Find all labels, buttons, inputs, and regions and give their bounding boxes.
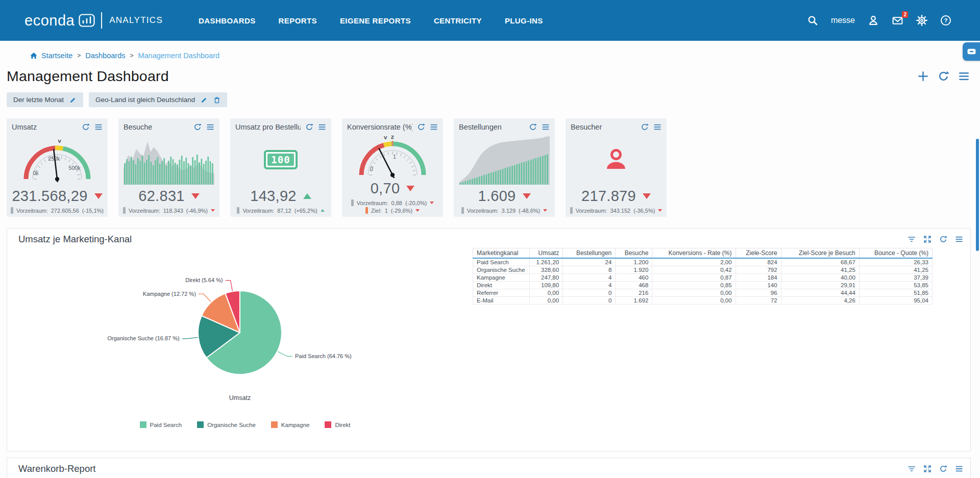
panel-menu-icon[interactable]: [955, 235, 963, 243]
table-row-e-mail[interactable]: E-Mail0,0001.6920,00724,2695,04: [473, 297, 933, 305]
card-refresh-icon[interactable]: [641, 123, 649, 131]
table-row-kampagne[interactable]: Kampagne247,8044600,8718440,0037,39: [473, 274, 933, 282]
gray-bar-icon: [123, 207, 126, 214]
filter-chips: Der letzte MonatGeo-Land ist gleich Deut…: [7, 92, 971, 107]
card-footer-line: Vorzeitraum: 3.129 (-48,6%): [461, 207, 547, 214]
breadcrumb-item-startseite[interactable]: Startseite: [41, 52, 72, 60]
mail-icon[interactable]: 2: [892, 15, 903, 27]
feedback-tab[interactable]: [963, 42, 980, 61]
table-cell: 4: [563, 274, 616, 282]
card-refresh-icon[interactable]: [529, 123, 537, 131]
filter-chip-geo-land-ist-gleich-deutschland[interactable]: Geo-Land ist gleich Deutschland: [89, 92, 227, 107]
trend-down-icon: [643, 193, 651, 199]
filter-icon[interactable]: [908, 235, 916, 243]
table-cell: 1.920: [616, 266, 652, 274]
table-cell: 216: [616, 289, 652, 297]
col-ziele-score[interactable]: Ziele-Score: [736, 248, 781, 259]
card-title: Konversionsrate (%): [347, 123, 412, 131]
col-bounce-quote[interactable]: Bounce - Quote (%): [859, 248, 932, 259]
gear-icon[interactable]: [916, 15, 927, 26]
panel-header: Warenkorb-Report: [7, 458, 970, 477]
user-icon[interactable]: [868, 15, 879, 26]
card-refresh-icon[interactable]: [417, 123, 425, 131]
expand-icon[interactable]: [923, 235, 932, 243]
nav-item-eigene-reports[interactable]: EIGENE REPORTS: [340, 16, 411, 25]
search-icon[interactable]: [807, 15, 818, 26]
chat-icon: [967, 47, 976, 57]
card-menu-icon[interactable]: [653, 123, 662, 131]
card-footer-line: Vorzeitraum: 343.152 (-36,5%): [570, 207, 663, 214]
card-footer-line: Vorzeitraum: 87,12 (+65,2%): [237, 207, 324, 214]
kpi-card-umsatz-pro-bestellu: Umsatz pro Bestellu... 100 143,92 Vorzei…: [230, 118, 331, 217]
refresh-page-icon[interactable]: [938, 70, 949, 82]
help-icon[interactable]: ?: [940, 15, 951, 26]
orange-bar-icon: [365, 207, 368, 214]
table-row-paid-search[interactable]: Paid Search1.261,20241.2002,0082468,6726…: [473, 258, 933, 266]
gray-bar-icon: [351, 199, 354, 206]
edit-filter-icon[interactable]: [69, 96, 77, 104]
account-name[interactable]: messe: [831, 16, 855, 25]
table-cell: 0,00: [652, 289, 736, 297]
nav-item-centricity[interactable]: CENTRICITY: [434, 16, 482, 25]
card-footer: Vorzeitraum: 272.605,56 (-15,1%): [12, 207, 103, 214]
card-menu-icon[interactable]: [430, 123, 438, 131]
page-menu-icon[interactable]: [958, 70, 970, 82]
nav-item-reports[interactable]: REPORTS: [279, 16, 317, 25]
table-row-organische-suche[interactable]: Organische Suche328,6081.9200,4279241,25…: [473, 266, 933, 274]
card-menu-icon[interactable]: [542, 123, 550, 131]
card-menu-icon[interactable]: [94, 123, 103, 131]
trend-down-icon: [406, 186, 414, 191]
footer-label: Vorzeitraum:: [16, 208, 48, 214]
col-besuche[interactable]: Besuche: [616, 248, 652, 259]
table-row-referrer[interactable]: Referrer0,0002160,009644,4451,85: [473, 289, 933, 297]
table-cell: 0,00: [530, 297, 563, 305]
table-cell: 468: [616, 282, 652, 289]
legend-item-kampagne[interactable]: Kampagne: [271, 421, 310, 428]
col-bestellungen[interactable]: Bestellungen: [563, 248, 616, 259]
trend-arrow-down: [543, 209, 547, 212]
breadcrumb-item-dashboards[interactable]: Dashboards: [85, 52, 125, 60]
legend-item-paid-search[interactable]: Paid Search: [140, 421, 182, 428]
table-cell: 140: [736, 282, 781, 289]
econda-logo[interactable]: econda: [24, 12, 95, 29]
panel-menu-icon[interactable]: [955, 465, 963, 473]
card-refresh-icon[interactable]: [82, 123, 90, 131]
nav-item-dashboards[interactable]: DASHBOARDS: [199, 16, 256, 25]
card-menu-icon[interactable]: [318, 123, 326, 131]
legend-item-direkt[interactable]: Direkt: [325, 421, 350, 428]
refresh-icon[interactable]: [939, 465, 947, 473]
col-marketingkanal[interactable]: Marketingkanal: [473, 248, 530, 259]
card-refresh-icon[interactable]: [305, 123, 313, 131]
nav-item-plug-ins[interactable]: PLUG-INS: [505, 16, 543, 25]
breadcrumb-item-management-dashboard[interactable]: Management Dashboard: [138, 52, 219, 60]
refresh-icon[interactable]: [939, 235, 947, 243]
table-cell: Kampagne: [473, 274, 530, 282]
card-title: Besuche: [124, 123, 189, 131]
add-widget-icon[interactable]: [917, 70, 929, 82]
expand-icon[interactable]: [923, 465, 932, 473]
card-menu-icon[interactable]: [206, 123, 214, 131]
filter-icon[interactable]: [908, 465, 916, 473]
filter-chip-der-letzte-monat[interactable]: Der letzte Monat: [7, 92, 83, 107]
footer-value: 118.343: [163, 208, 183, 214]
col-umsatz[interactable]: Umsatz: [530, 248, 563, 259]
col-ziel-score-je-besuch[interactable]: Ziel-Score je Besuch: [781, 248, 859, 259]
table-cell: 1.692: [616, 297, 652, 305]
table-cell: 8: [563, 266, 616, 274]
table-row-direkt[interactable]: Direkt109,8044680,8514029,9153,85: [473, 282, 933, 289]
panel-body: Paid Search (64.76 %)Organische Suche (1…: [7, 248, 970, 451]
edit-filter-icon[interactable]: [201, 96, 208, 104]
page-scrollbar[interactable]: [976, 139, 979, 251]
table-cell: 53,85: [859, 282, 932, 289]
product-name: ANALYTICS: [109, 15, 163, 26]
card-header: Besucher: [571, 123, 662, 131]
card-refresh-icon[interactable]: [193, 123, 202, 131]
panel-actions: [908, 235, 963, 243]
legend-item-organische-suche[interactable]: Organische Suche: [197, 421, 256, 428]
delete-filter-icon[interactable]: [213, 96, 220, 104]
home-icon[interactable]: [30, 52, 38, 60]
card-title: Umsatz pro Bestellu...: [235, 123, 301, 131]
col-konversions-rate[interactable]: Konversions - Rate (%): [652, 248, 736, 259]
table-cell: 0,00: [652, 297, 736, 305]
panel-title: Warenkorb-Report: [18, 463, 95, 474]
